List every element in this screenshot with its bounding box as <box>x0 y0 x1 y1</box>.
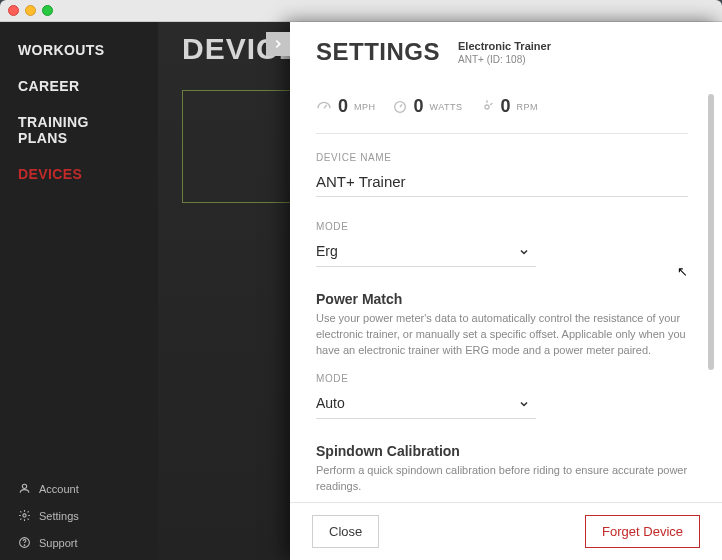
device-name-label: DEVICE NAME <box>316 152 688 163</box>
gear-icon <box>18 509 31 522</box>
spindown-body: Perform a quick spindown calibration bef… <box>316 463 688 495</box>
panel-scrollbar[interactable] <box>708 94 714 500</box>
chevron-down-icon <box>518 398 530 410</box>
panel-subtitle: Electronic Trainer <box>458 39 551 54</box>
sidebar-footer-label: Account <box>39 483 79 495</box>
svg-point-3 <box>24 545 25 546</box>
close-button[interactable]: Close <box>312 515 379 548</box>
svg-point-1 <box>23 514 26 517</box>
mode-select-value: Erg <box>316 243 338 259</box>
sidebar-footer-label: Settings <box>39 510 79 522</box>
zoom-window-icon[interactable] <box>42 5 53 16</box>
svg-line-4 <box>324 105 327 108</box>
stats-row: 0 MPH 0 WATTS 0 RPM <box>316 90 688 134</box>
sidebar-footer-label: Support <box>39 537 78 549</box>
settings-panel: SETTINGS Electronic Trainer ANT+ (ID: 10… <box>290 22 722 560</box>
spindown-title: Spindown Calibration <box>316 443 688 459</box>
power-icon <box>392 99 408 115</box>
sidebar-footer-account[interactable]: Account <box>0 475 158 502</box>
svg-point-0 <box>22 484 26 488</box>
stat-unit: MPH <box>354 102 376 112</box>
main-content: DEVICES ANT 0 WATTS inRide Virtual VP⚡ N… <box>158 22 722 560</box>
power-match-title: Power Match <box>316 291 688 307</box>
panel-subtitle-2: ANT+ (ID: 108) <box>458 54 551 65</box>
pm-mode-label: MODE <box>316 373 688 384</box>
svg-line-6 <box>400 104 402 107</box>
panel-footer: Close Forget Device <box>290 502 722 560</box>
nav-training-plans[interactable]: TRAINING PLANS <box>0 104 158 156</box>
close-window-icon[interactable] <box>8 5 19 16</box>
cadence-icon <box>479 99 495 115</box>
panel-collapse-button[interactable] <box>266 32 290 56</box>
panel-title: SETTINGS <box>316 38 440 66</box>
chevron-right-icon <box>271 37 285 51</box>
pm-mode-select[interactable]: Auto <box>316 388 536 419</box>
chevron-down-icon <box>518 246 530 258</box>
stat-unit: RPM <box>517 102 539 112</box>
power-match-body: Use your power meter's data to automatic… <box>316 311 688 359</box>
stat-value: 0 <box>501 96 511 117</box>
mode-label: MODE <box>316 221 688 232</box>
svg-line-9 <box>490 103 492 105</box>
pm-mode-select-value: Auto <box>316 395 345 411</box>
nav-career[interactable]: CAREER <box>0 68 158 104</box>
speed-icon <box>316 99 332 115</box>
sidebar: WORKOUTS CAREER TRAINING PLANS DEVICES A… <box>0 22 158 560</box>
scrollbar-thumb[interactable] <box>708 94 714 370</box>
help-icon <box>18 536 31 549</box>
sidebar-footer-settings[interactable]: Settings <box>0 502 158 529</box>
device-name-input[interactable] <box>316 167 688 197</box>
stat-unit: WATTS <box>430 102 463 112</box>
app-window: WORKOUTS CAREER TRAINING PLANS DEVICES A… <box>0 0 722 560</box>
titlebar <box>0 0 722 22</box>
svg-point-7 <box>485 105 489 109</box>
stat-value: 0 <box>338 96 348 117</box>
stat-value: 0 <box>414 96 424 117</box>
sidebar-footer-support[interactable]: Support <box>0 529 158 556</box>
minimize-window-icon[interactable] <box>25 5 36 16</box>
forget-device-button[interactable]: Forget Device <box>585 515 700 548</box>
nav-workouts[interactable]: WORKOUTS <box>0 32 158 68</box>
nav-devices[interactable]: DEVICES <box>0 156 158 192</box>
user-icon <box>18 482 31 495</box>
mode-select[interactable]: Erg <box>316 236 536 267</box>
